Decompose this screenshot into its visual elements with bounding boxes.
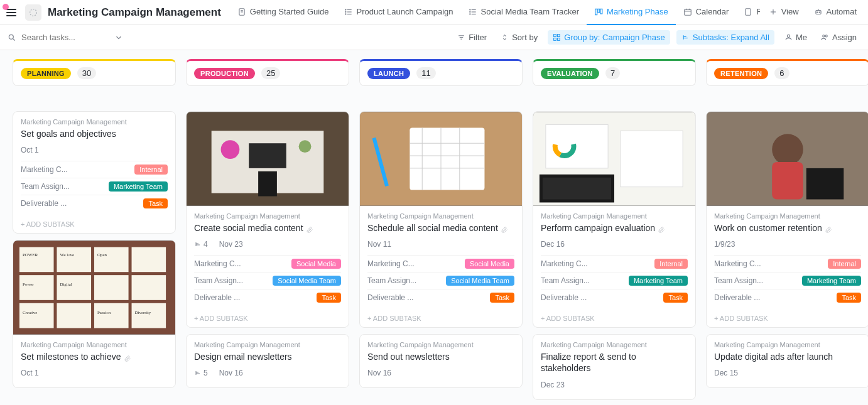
svg-line-31: [13, 38, 15, 40]
task-card[interactable]: Marketing Campaign ManagementSchedule al…: [359, 111, 523, 328]
card-body: Marketing Campaign ManagementFinalize re…: [533, 335, 695, 399]
tab-social-media[interactable]: Social Media Team Tracker: [461, 0, 587, 25]
tab-ref[interactable]: Ref: [736, 0, 759, 25]
svg-rect-68: [249, 143, 286, 168]
tab-getting-started[interactable]: Getting Started Guide: [230, 0, 337, 25]
tab-calendar[interactable]: Calendar: [676, 0, 737, 25]
tab-label: Social Media Team Tracker: [481, 7, 580, 16]
column-launch: LAUNCH11Marketing Campaign ManagementSch…: [359, 59, 523, 388]
field-tag[interactable]: Social Media: [291, 259, 341, 269]
add-subtask-button[interactable]: + ADD SUBTASK: [707, 310, 868, 327]
card-body: Marketing Campaign ManagementPerform cam…: [533, 206, 695, 310]
add-view-button[interactable]: View: [761, 0, 806, 25]
field-tag[interactable]: Task: [143, 198, 168, 208]
field-tag[interactable]: Internal: [134, 165, 168, 175]
column-header[interactable]: PRODUCTION25: [186, 59, 349, 86]
field-tag[interactable]: Marketing Team: [802, 276, 861, 286]
chevron-down-icon[interactable]: [114, 33, 123, 42]
svg-rect-56: [94, 303, 129, 328]
svg-rect-47: [57, 247, 91, 273]
column-planning: PLANNING30Marketing Campaign ManagementS…: [13, 59, 176, 388]
svg-rect-17: [598, 9, 600, 13]
add-subtask-button[interactable]: + ADD SUBTASK: [13, 215, 175, 233]
field-tag[interactable]: Social Media: [465, 259, 514, 269]
task-card[interactable]: Marketing Campaign ManagementSet goals a…: [13, 111, 176, 234]
board[interactable]: PLANNING30Marketing Campaign ManagementS…: [0, 50, 868, 405]
column-header[interactable]: PLANNING30: [13, 59, 176, 86]
field-tag[interactable]: Internal: [828, 259, 861, 269]
subtasks-button[interactable]: Subtasks: Expand All: [676, 30, 774, 45]
field-tag[interactable]: Task: [663, 293, 688, 303]
card-meta: Dec 15: [714, 369, 861, 377]
subtask-count[interactable]: 4: [194, 240, 208, 249]
svg-rect-37: [554, 38, 556, 41]
svg-point-28: [819, 12, 820, 13]
field-tag[interactable]: Marketing Team: [629, 276, 688, 286]
card-project: Marketing Campaign Management: [714, 341, 861, 348]
add-subtask-button[interactable]: + ADD SUBTASK: [360, 310, 522, 327]
tab-marketing-phase[interactable]: Marketing Phase: [587, 0, 676, 25]
column-status-pill: EVALUATION: [541, 68, 599, 79]
card-field-row: Team Assign...Social Media Team: [194, 272, 341, 289]
svg-point-43: [823, 35, 825, 37]
space-icon[interactable]: [25, 4, 41, 21]
field-tag[interactable]: Task: [837, 293, 861, 303]
doc-icon: [744, 8, 752, 16]
card-field-row: Marketing C...Internal: [714, 255, 861, 272]
column-header[interactable]: RETENTION6: [706, 59, 868, 86]
me-button[interactable]: Me: [781, 30, 811, 45]
field-tag[interactable]: Social Media Team: [446, 276, 514, 286]
card-title: Send out newsletters: [367, 351, 514, 362]
task-card[interactable]: Marketing Campaign ManagementSend out ne…: [359, 334, 523, 388]
svg-rect-55: [57, 303, 91, 328]
card-title: Create social media content: [194, 222, 341, 234]
subtask-count[interactable]: 5: [194, 369, 208, 377]
automations-button[interactable]: Automat: [806, 0, 864, 25]
field-tag[interactable]: Task: [317, 293, 341, 303]
menu-toggle[interactable]: [4, 5, 19, 20]
group-by-button[interactable]: Group by: Campaign Phase: [548, 30, 670, 45]
board-icon: [594, 8, 603, 16]
task-card[interactable]: Marketing Campaign ManagementCreate soci…: [186, 111, 349, 328]
add-subtask-button[interactable]: + ADD SUBTASK: [187, 310, 349, 327]
task-card[interactable]: POWERWe loveOpenPowerDigitalCreativePass…: [13, 240, 176, 388]
people-icon: [821, 33, 829, 41]
field-label: Team Assign...: [194, 276, 243, 285]
filter-button[interactable]: Filter: [453, 30, 491, 45]
card-date: 1/9/23: [714, 240, 735, 249]
task-card[interactable]: Marketing Campaign ManagementPerform cam…: [533, 111, 696, 328]
tab-label: Product Launch Campaign: [357, 7, 453, 16]
svg-point-9: [345, 13, 345, 14]
list-icon: [344, 8, 353, 16]
field-label: Deliverable ...: [541, 293, 587, 302]
attachment-icon: [658, 225, 665, 232]
task-card[interactable]: Marketing Campaign ManagementDesign emai…: [186, 334, 349, 388]
column-evaluation: EVALUATION7Marketing Campaign Management…: [533, 59, 696, 400]
field-tag[interactable]: Task: [490, 293, 514, 303]
svg-point-15: [469, 13, 470, 14]
column-header[interactable]: LAUNCH11: [359, 59, 523, 86]
task-card[interactable]: Marketing Campaign ManagementWork on cus…: [706, 111, 868, 328]
card-project: Marketing Campaign Management: [541, 341, 688, 348]
search-input[interactable]: [21, 33, 109, 42]
card-title: Set goals and objectives: [21, 128, 168, 139]
assign-button[interactable]: Assign: [817, 30, 860, 45]
card-date: Nov 23: [219, 240, 243, 249]
robot-icon: [814, 8, 823, 16]
field-tag[interactable]: Internal: [654, 259, 688, 269]
sort-button[interactable]: Sort by: [497, 30, 541, 45]
field-label: Team Assign...: [367, 276, 416, 285]
svg-text:POWER: POWER: [23, 253, 38, 258]
field-tag[interactable]: Social Media Team: [273, 276, 341, 286]
task-card[interactable]: Marketing Campaign ManagementFinalize re…: [533, 334, 696, 399]
view-tabs: Getting Started Guide Product Launch Cam…: [230, 0, 760, 25]
column-cards: Marketing Campaign ManagementPerform cam…: [533, 111, 696, 400]
add-subtask-button[interactable]: + ADD SUBTASK: [533, 310, 695, 327]
column-header[interactable]: EVALUATION7: [533, 59, 696, 86]
tab-product-launch[interactable]: Product Launch Campaign: [337, 0, 461, 25]
svg-rect-38: [558, 38, 560, 41]
column-count: 25: [261, 67, 280, 79]
label: Assign: [832, 33, 857, 42]
task-card[interactable]: Marketing Campaign ManagementUpdate digi…: [706, 334, 868, 388]
field-tag[interactable]: Marketing Team: [109, 181, 168, 192]
